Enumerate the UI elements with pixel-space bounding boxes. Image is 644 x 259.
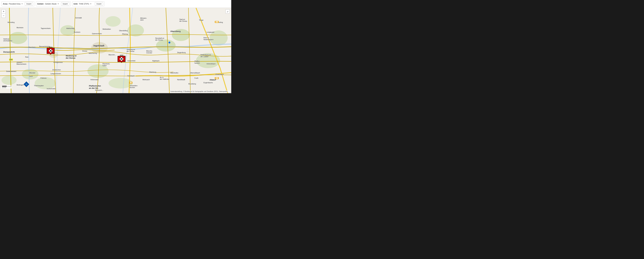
area-value: Flooded Area: [9, 3, 20, 5]
zoom-out-button[interactable]: −: [2, 14, 6, 18]
svg-point-2: [60, 25, 75, 36]
svg-point-12: [106, 16, 120, 27]
svg-point-1: [9, 32, 27, 44]
marker-geisenfeld: [118, 55, 126, 62]
marker-icon-neuburg[interactable]: [47, 48, 54, 54]
area-chevron-icon: ▼: [22, 3, 23, 5]
gefahr-chevron-icon: ▼: [58, 3, 59, 5]
svg-line-23: [52, 52, 52, 52]
toolbar: Area: Flooded Area ▼ Insert Gefahr: Gefa…: [0, 0, 231, 8]
marker-dots-neuburg: [49, 47, 52, 48]
map-attribution: Kartendarstellung: © Bundesamt für Karto…: [170, 90, 230, 92]
svg-point-8: [172, 29, 190, 41]
area-group: Area: Flooded Area ▼ Insert: [2, 1, 34, 6]
area-insert-button[interactable]: Insert: [25, 2, 33, 6]
attribution-text: Kartendarstellung: © Bundesamt für Karto…: [170, 90, 228, 92]
unit-chevron-icon: ▼: [90, 3, 92, 5]
marker-meitingen[interactable]: TZ: [24, 82, 28, 86]
svg-point-11: [210, 30, 228, 46]
gefahr-insert-button[interactable]: Insert: [61, 2, 69, 6]
scale-bar: 10 km: [2, 86, 11, 88]
gefahr-label: Gefahr:: [37, 3, 44, 5]
marker-blue-dot: [168, 42, 170, 44]
unit-value: THW ZTrFü: [79, 3, 89, 5]
gefahr-group: Gefahr: Gefahr Akute ▼ Insert: [36, 1, 71, 6]
map-background: [0, 8, 231, 93]
svg-point-7: [22, 69, 38, 80]
dot: [121, 55, 122, 56]
dot: [120, 55, 121, 56]
unit-select[interactable]: THW ZTrFü ▼: [79, 3, 94, 5]
app-container: Area: Flooded Area ▼ Insert Gefahr: Gefa…: [0, 0, 231, 93]
dot: [52, 47, 52, 48]
map-svg: [0, 8, 231, 93]
map-scale: 10 km: [2, 86, 12, 89]
marker-dots-geisenfeld: [120, 55, 123, 56]
unit-insert-button[interactable]: Insert: [95, 2, 103, 6]
area-label: Area:: [3, 3, 8, 5]
marker-neuburg: [47, 47, 54, 54]
unit-group: Unit: THW ZTrFü ▼ Insert: [72, 1, 104, 6]
svg-point-6: [196, 53, 220, 68]
scale-text: 10 km: [2, 87, 6, 88]
map-expand-button[interactable]: ⤢: [226, 9, 230, 14]
unit-label: Unit:: [74, 3, 78, 5]
gefahr-value: Gefahr Akute: [45, 3, 56, 5]
svg-line-30: [123, 60, 123, 61]
marker-icon-geisenfeld[interactable]: [118, 56, 126, 62]
zoom-in-button[interactable]: +: [2, 9, 6, 14]
blue-diamond-icon: TZ: [24, 82, 29, 87]
crossed-tools-icon: [48, 49, 53, 53]
dot: [49, 47, 50, 48]
dot: [122, 55, 123, 56]
map-controls: + −: [2, 9, 6, 18]
svg-point-13: [2, 76, 16, 85]
attribution-link[interactable]: ›: [229, 90, 229, 92]
marker-tz-label: TZ: [26, 84, 27, 85]
area-select[interactable]: Flooded Area ▼: [9, 3, 24, 5]
gefahr-select[interactable]: Gefahr Akute ▼: [45, 3, 60, 5]
svg-point-9: [35, 77, 56, 89]
svg-point-5: [156, 40, 176, 52]
dot: [50, 47, 51, 48]
map-container[interactable]: WemdingMonheimTagmersheimAdelschlagEichs…: [0, 8, 231, 93]
crossed-tools-icon-2: [119, 57, 124, 61]
